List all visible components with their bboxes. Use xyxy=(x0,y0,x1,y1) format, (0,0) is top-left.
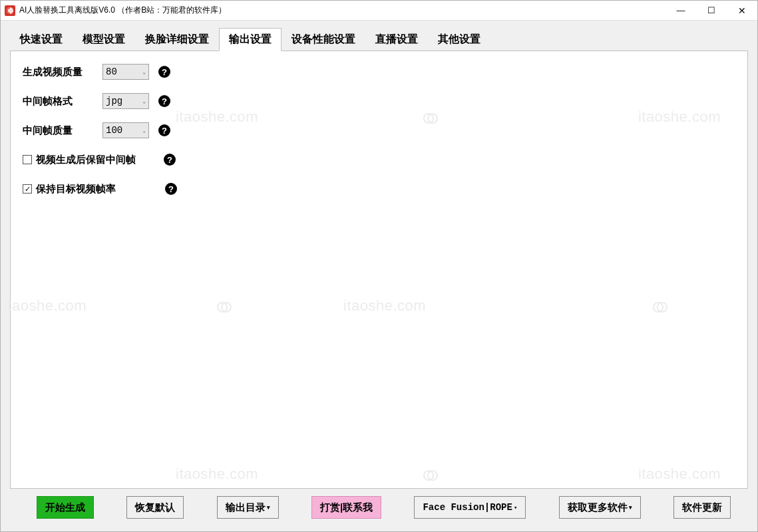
combo-frame-format-value: jpg xyxy=(106,96,122,106)
tab-output-settings[interactable]: 输出设置 xyxy=(219,28,282,51)
start-button[interactable]: 开始生成 xyxy=(37,496,94,519)
facefusion-rope-button[interactable]: Face Fusion|ROPE▾ xyxy=(414,496,526,519)
watermark: itaoshe.com xyxy=(176,466,258,483)
checkbox-keep-fps[interactable] xyxy=(23,184,32,194)
tab-quick-settings[interactable]: 快速设置 xyxy=(10,28,73,51)
watermark xyxy=(423,466,438,483)
output-dir-label: 输出目录 xyxy=(226,501,266,514)
label-keep-fps: 保持目标视频帧率 xyxy=(36,183,116,196)
combo-frame-quality[interactable]: 100 ⌄ xyxy=(102,122,149,138)
window-title: AI人脸替换工具离线版V6.0 （作者B站：万能君的软件库） xyxy=(19,5,226,16)
titlebar: AI人脸替换工具离线版V6.0 （作者B站：万能君的软件库） ― ☐ ✕ xyxy=(1,1,757,21)
combo-frame-quality-value: 100 xyxy=(106,125,122,136)
maximize-button[interactable]: ☐ xyxy=(696,1,727,20)
app-icon xyxy=(5,5,15,16)
label-frame-quality: 中间帧质量 xyxy=(23,124,102,137)
tab-bar: 快速设置 模型设置 换脸详细设置 输出设置 设备性能设置 直播设置 其他设置 xyxy=(10,27,748,51)
minimize-button[interactable]: ― xyxy=(665,1,696,20)
close-button[interactable]: ✕ xyxy=(727,1,757,20)
chevron-down-icon: ⌄ xyxy=(142,69,146,75)
bottom-toolbar: 开始生成 恢复默认 输出目录▾ 打赏|联系我 Face Fusion|ROPE▾… xyxy=(10,489,748,525)
combo-frame-format[interactable]: jpg ⌄ xyxy=(102,93,149,109)
help-icon-frame-quality[interactable]: ? xyxy=(158,124,170,136)
settings-panel: 生成视频质量 80 ⌄ ? 中间帧格式 jpg ⌄ ? 中间帧质量 100 xyxy=(10,51,748,489)
chevron-down-icon: ▾ xyxy=(267,504,270,511)
help-icon-video-quality[interactable]: ? xyxy=(158,66,170,78)
label-keep-frames: 视频生成后保留中间帧 xyxy=(36,154,136,166)
help-icon-keep-frames[interactable]: ? xyxy=(164,154,176,166)
software-update-button[interactable]: 软件更新 xyxy=(673,496,731,519)
chevron-down-icon: ⌄ xyxy=(142,98,146,104)
help-icon-keep-fps[interactable]: ? xyxy=(165,183,177,195)
reset-defaults-button[interactable]: 恢复默认 xyxy=(126,496,184,519)
tab-swap-detail-settings[interactable]: 换脸详细设置 xyxy=(135,28,219,51)
watermark: itaoshe.com xyxy=(638,466,721,483)
watermark: itaoshe.com xyxy=(343,297,426,315)
combo-video-quality[interactable]: 80 ⌄ xyxy=(102,64,149,80)
chevron-down-icon: ⌄ xyxy=(142,128,146,134)
output-dir-button[interactable]: 输出目录▾ xyxy=(217,496,279,519)
more-software-label: 获取更多软件 xyxy=(568,501,628,514)
donate-contact-button[interactable]: 打赏|联系我 xyxy=(311,496,381,519)
label-frame-format: 中间帧格式 xyxy=(23,95,102,108)
facefusion-label: Face Fusion|ROPE xyxy=(423,502,512,513)
watermark xyxy=(217,297,232,315)
help-icon-frame-format[interactable]: ? xyxy=(158,95,170,107)
watermark xyxy=(653,297,667,315)
tab-device-perf-settings[interactable]: 设备性能设置 xyxy=(282,28,365,51)
tab-model-settings[interactable]: 模型设置 xyxy=(73,28,135,51)
combo-video-quality-value: 80 xyxy=(106,66,117,77)
label-video-quality: 生成视频质量 xyxy=(23,66,102,78)
more-software-button[interactable]: 获取更多软件▾ xyxy=(559,496,641,519)
tab-other-settings[interactable]: 其他设置 xyxy=(428,28,490,51)
chevron-down-icon: ▾ xyxy=(629,504,632,511)
checkbox-keep-frames[interactable] xyxy=(23,155,32,164)
watermark: itaoshe.com xyxy=(4,297,87,315)
tab-live-settings[interactable]: 直播设置 xyxy=(365,28,428,51)
chevron-down-icon: ▾ xyxy=(514,504,517,511)
